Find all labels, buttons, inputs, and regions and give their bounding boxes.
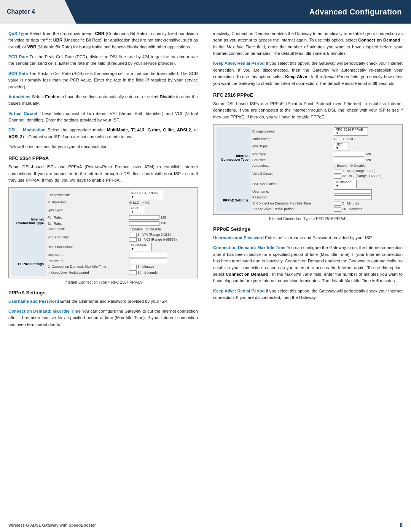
pppoa-username-para: Username and Password Enter the Username… xyxy=(8,298,198,305)
pppoe-cod-para: Connect on Demand: Max Idle Time You can… xyxy=(213,244,403,284)
pppoa-settings-heading: PPPoA Settings xyxy=(8,290,198,296)
scr-para: SCR Rate The Sustain Cell Rate (SCR) set… xyxy=(8,70,198,90)
vc-para: Virtual Circuit These fields consist of … xyxy=(8,110,198,124)
pppoe-settings-heading: PPPoE Settings xyxy=(213,226,403,232)
pppoe-heading: RFC 2516 PPPoE xyxy=(213,92,403,98)
pppoa-cod-para: Connect on Demand: Max Idle Time You can… xyxy=(8,308,198,328)
chapter-text: Chapter 4 xyxy=(7,8,35,15)
right-cod-cont: inactivity, Connect on Demand enables th… xyxy=(213,30,403,57)
footer-page: 8 xyxy=(400,522,403,528)
footer-product: Wireless-G ADSL Gateway with SpeedBooste… xyxy=(8,523,96,527)
page-title: Advanced Configuration xyxy=(76,0,411,24)
pppoa-intro: Some DSL-based ISPs use PPPoA (Point-to-… xyxy=(8,164,198,184)
pppoe-caption: Internet Connection Type > RFC 2516 PPPo… xyxy=(213,217,403,221)
pppoe-intro: Some DSL-based ISPs use PPPoE (Point-to-… xyxy=(213,101,403,120)
pcr-para: PCR Rate For the Peak Cell Rate (PCR), d… xyxy=(8,54,198,67)
qos-term: QoS Type xyxy=(8,31,28,36)
page-header: Chapter 4 Advanced Configuration xyxy=(0,0,411,24)
pppoe-screenshot: Internet Connection Type Encapsulation: … xyxy=(213,124,403,215)
pppoe-username-para: Username and Password Enter the Username… xyxy=(213,235,403,241)
autodetect-para: Autodetect Select Enable to have the set… xyxy=(8,94,198,107)
chapter-label: Chapter 4 xyxy=(0,0,76,24)
title-text: Advanced Configuration xyxy=(309,8,402,16)
pppoe-ka-para: Keep Alive: Redial Period If you select … xyxy=(213,288,403,301)
page-footer: Wireless-G ADSL Gateway with SpeedBooste… xyxy=(0,518,411,532)
qos-para: QoS Type Select from the drop-down menu:… xyxy=(8,30,198,50)
main-content: QoS Type Select from the drop-down menu:… xyxy=(0,24,411,338)
pppoa-caption: Internet Connection Type > RFC 2364 PPPo… xyxy=(8,280,198,284)
pppoa-heading: RFC 2364 PPPoA xyxy=(8,155,198,161)
right-column: inactivity, Connect on Demand enables th… xyxy=(206,30,403,331)
follow-text: Follow the instructions for your type of… xyxy=(8,144,198,150)
left-column: QoS Type Select from the drop-down menu:… xyxy=(8,30,206,331)
dsl-para: DSL Modulation Select the appropriate mo… xyxy=(8,127,198,140)
pppoa-screenshot: Internet Connection Type Encapsulation: … xyxy=(8,187,198,278)
right-ka-para: Keep Alive: Redial Period If you select … xyxy=(213,60,403,86)
